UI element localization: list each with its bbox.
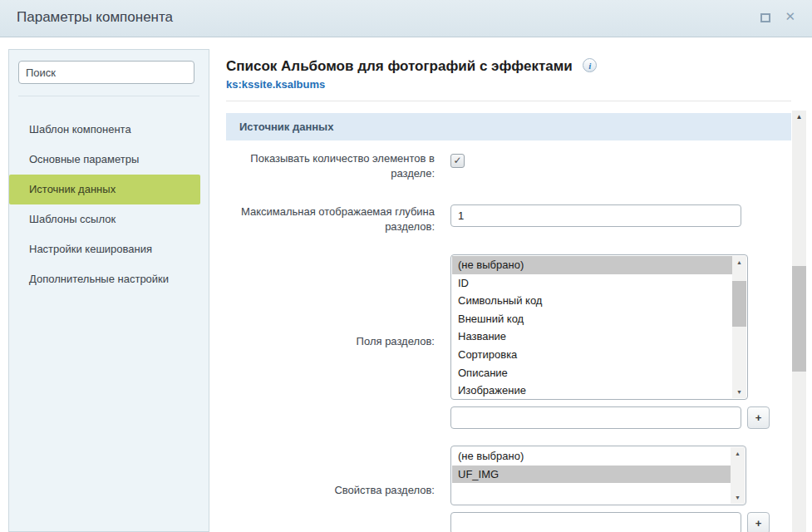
listbox-option[interactable]: Сортировка (452, 346, 732, 364)
show-count-label: Показывать количество элементов в раздел… (226, 151, 435, 181)
scroll-up-icon[interactable]: ▲ (732, 256, 746, 268)
checkmark-icon: ✓ (453, 155, 461, 166)
listbox-option[interactable]: Символьный код (452, 292, 732, 310)
listbox-option[interactable]: Описание (452, 364, 732, 382)
form-row-section-props: Свойства разделов: (не выбрано)UF_IMG ▲ … (226, 446, 791, 532)
sidebar: Шаблон компонентаОсновные параметрыИсточ… (8, 49, 209, 532)
scroll-up-icon[interactable]: ▲ (731, 447, 745, 460)
max-depth-input[interactable] (450, 204, 741, 227)
scrollbar-thumb[interactable] (732, 281, 746, 327)
section-props-label: Свойства разделов: (226, 483, 435, 498)
page-title: Список Альбомов для фотографий с эффекта… (226, 58, 573, 74)
component-code-link[interactable]: ks:kssite.ksalbums (226, 78, 325, 91)
add-button[interactable]: + (747, 406, 770, 429)
section-fields-options: (не выбрано)IDСимвольный кодВнешний кодН… (452, 256, 732, 398)
sidebar-item[interactable]: Настройки кеширования (9, 234, 209, 264)
listbox-option[interactable]: (не выбрано) (452, 447, 731, 466)
dialog-title: Параметры компонента (17, 9, 173, 26)
close-icon[interactable]: ✕ (785, 9, 795, 24)
listbox-option[interactable]: (не выбрано) (452, 256, 732, 274)
scroll-down-icon[interactable]: ▼ (732, 386, 746, 398)
listbox-option[interactable]: Изображение (452, 382, 732, 398)
section-fields-add-input[interactable] (450, 406, 741, 429)
show-count-checkbox[interactable]: ✓ (450, 154, 465, 168)
sidebar-item[interactable]: Шаблон компонента (9, 115, 209, 145)
section-fields-add-row: + (450, 406, 770, 429)
section-fields-listbox[interactable]: (не выбрано)IDСимвольный кодВнешний кодН… (450, 254, 748, 400)
listbox-option[interactable]: Название (452, 328, 732, 346)
sidebar-item[interactable]: Источник данных (9, 175, 200, 204)
maximize-icon[interactable] (760, 13, 770, 22)
header-divider (226, 101, 791, 101)
title-row: Список Альбомов для фотографий с эффекта… (226, 58, 791, 75)
section-props-options: (не выбрано)UF_IMG (452, 447, 731, 504)
add-button[interactable]: + (747, 512, 770, 532)
listbox-option[interactable]: ID (452, 274, 732, 293)
listbox-scrollbar[interactable]: ▲ ▼ (731, 447, 745, 504)
sidebar-item[interactable]: Дополнительные настройки (9, 264, 209, 294)
sidebar-divider (18, 96, 199, 96)
max-depth-label: Максимальная отображаемая глубина раздел… (226, 204, 435, 234)
scroll-up-icon[interactable]: ▲ (792, 111, 806, 124)
section-props-add-row: + (450, 512, 770, 532)
main-panel: Список Альбомов для фотографий с эффекта… (226, 49, 791, 532)
listbox-option[interactable]: UF_IMG (452, 466, 731, 484)
scroll-down-icon[interactable]: ▼ (731, 491, 745, 504)
scrollbar-thumb[interactable] (792, 266, 806, 372)
sidebar-item[interactable]: Шаблоны ссылок (9, 204, 209, 234)
page-scrollbar[interactable]: ▲ (792, 111, 806, 532)
sidebar-item[interactable]: Основные параметры (9, 145, 209, 175)
listbox-scrollbar[interactable]: ▲ ▼ (732, 256, 746, 398)
form-row-max-depth: Максимальная отображаемая глубина раздел… (226, 204, 791, 234)
form-row-show-count: Показывать количество элементов в раздел… (226, 151, 791, 181)
section-props-listbox[interactable]: (не выбрано)UF_IMG ▲ ▼ (450, 446, 746, 505)
section-fields-label: Поля разделов: (226, 334, 435, 349)
section-header: Источник данных (226, 113, 791, 140)
sidebar-menu: Шаблон компонентаОсновные параметрыИсточ… (9, 115, 209, 294)
section-props-add-input[interactable] (450, 512, 741, 532)
titlebar: Параметры компонента ✕ (0, 0, 812, 37)
listbox-option[interactable]: Внешний код (452, 310, 732, 328)
form-row-section-fields: Поля разделов: (не выбрано)IDСимвольный … (226, 254, 791, 429)
info-icon[interactable]: i (583, 58, 597, 72)
search-input[interactable] (18, 61, 194, 84)
parameters-form: Показывать количество элементов в раздел… (226, 151, 791, 532)
